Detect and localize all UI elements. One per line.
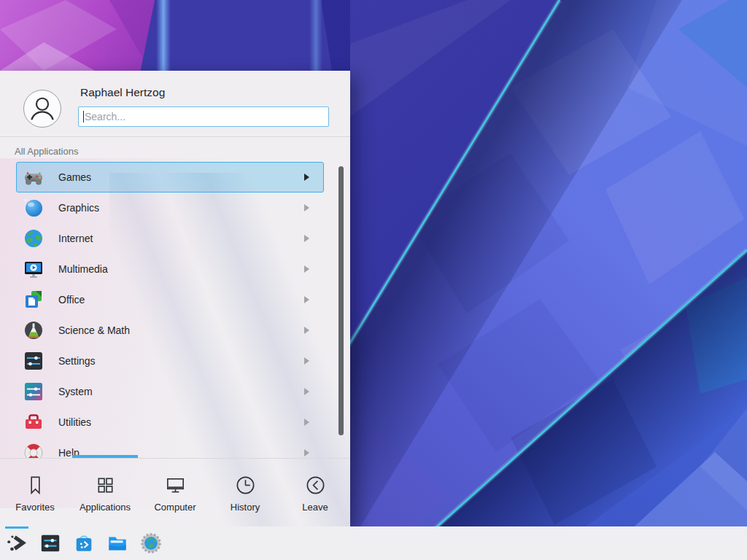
category-list: Games Graphics Internet Multimedia	[0, 162, 350, 459]
dolphin-icon	[107, 532, 128, 554]
category-label: Science & Math	[58, 324, 130, 336]
user-name: Raphael Hertzog	[80, 86, 165, 99]
konqueror-icon	[140, 532, 162, 554]
sliders-icon	[23, 351, 44, 371]
search-placeholder: Search...	[85, 111, 125, 122]
menu-tabbar: Favorites Applications Computer History …	[0, 459, 350, 526]
application-launcher-menu: Raphael Hertzog Search... All Applicatio…	[0, 71, 350, 526]
systemsettings-icon	[39, 532, 61, 554]
category-science-math[interactable]: Science & Math	[16, 315, 324, 346]
category-utilities[interactable]: Utilities	[16, 407, 324, 438]
menu-header: Raphael Hertzog Search...	[0, 71, 350, 136]
list-scrollbar[interactable]	[338, 166, 344, 435]
user-icon	[24, 90, 61, 127]
category-label: Settings	[58, 355, 96, 367]
tab-computer[interactable]: Computer	[140, 459, 210, 526]
taskbar-launcher-kickoff-icon[interactable]	[6, 532, 28, 554]
grid-icon	[94, 474, 117, 497]
category-label: Internet	[58, 233, 93, 244]
media-player-icon	[23, 259, 44, 279]
submenu-arrow-icon	[304, 265, 309, 273]
taskbar-launcher-systemsettings-icon[interactable]	[39, 532, 61, 554]
tab-favorites[interactable]: Favorites	[0, 459, 70, 526]
category-multimedia[interactable]: Multimedia	[16, 254, 324, 284]
category-label: Office	[58, 294, 85, 306]
tab-applications[interactable]: Applications	[70, 459, 140, 526]
category-games[interactable]: Games	[16, 162, 324, 192]
category-label: Graphics	[58, 202, 99, 214]
tab-label: Applications	[80, 502, 131, 513]
tab-label: History	[231, 502, 260, 513]
search-input[interactable]: Search...	[78, 106, 329, 127]
header-divider	[0, 136, 350, 137]
category-internet[interactable]: Internet	[16, 223, 324, 254]
flask-icon	[23, 320, 44, 341]
bookmark-icon	[24, 474, 47, 497]
leave-icon	[304, 474, 327, 497]
submenu-arrow-icon	[304, 235, 309, 242]
submenu-arrow-icon	[304, 357, 309, 365]
category-office[interactable]: Office	[16, 284, 324, 315]
tab-label: Computer	[154, 502, 196, 513]
tab-label: Favorites	[15, 502, 54, 513]
submenu-arrow-icon	[304, 388, 309, 395]
kickoff-icon	[6, 532, 28, 554]
globe-icon	[23, 228, 44, 249]
lifebuoy-icon	[23, 443, 44, 459]
submenu-arrow-icon	[304, 296, 309, 303]
toolbox-icon	[23, 412, 44, 432]
section-label: All Applications	[15, 146, 78, 157]
monitor-icon	[164, 474, 187, 497]
system-sliders-icon	[23, 381, 44, 402]
category-graphics[interactable]: Graphics	[16, 192, 324, 223]
taskbar-launcher-konqueror-icon[interactable]	[140, 532, 162, 554]
submenu-arrow-icon	[304, 449, 309, 456]
clock-icon	[234, 474, 257, 497]
tab-history[interactable]: History	[210, 459, 280, 526]
tabbar-divider	[0, 458, 350, 459]
submenu-arrow-icon	[304, 327, 309, 334]
category-label: Multimedia	[58, 263, 108, 275]
taskbar-launcher-dolphin-icon[interactable]	[107, 532, 128, 554]
submenu-arrow-icon	[304, 174, 309, 181]
tab-leave[interactable]: Leave	[280, 459, 350, 526]
taskbar: ES 7:03 PM 4/24/21	[0, 526, 747, 560]
submenu-arrow-icon	[304, 204, 309, 211]
discover-icon	[73, 532, 95, 554]
category-label: System	[58, 386, 93, 397]
user-avatar[interactable]	[23, 90, 61, 128]
category-settings[interactable]: Settings	[16, 346, 324, 376]
taskbar-launcher-discover-icon[interactable]	[73, 532, 95, 554]
documents-icon	[23, 289, 44, 310]
category-help[interactable]: Help	[16, 438, 324, 459]
tab-label: Leave	[302, 502, 328, 513]
text-caret	[83, 111, 84, 122]
category-system[interactable]: System	[16, 376, 324, 407]
sphere-icon	[23, 198, 44, 218]
category-label: Utilities	[58, 416, 91, 428]
desktop: { "user": { "name": "Raphael Hertzog" },…	[0, 0, 747, 560]
category-label: Games	[58, 171, 91, 183]
gamepad-icon	[23, 167, 44, 187]
active-task-indicator	[5, 526, 28, 529]
submenu-arrow-icon	[304, 419, 309, 426]
